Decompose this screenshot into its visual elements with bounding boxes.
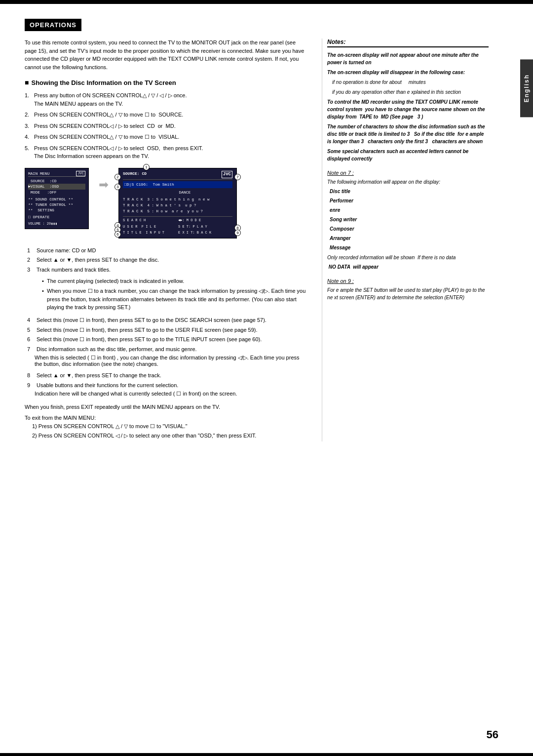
step-5-content: Press ON SCREEN CONTROL◁ / ▷ to select O… — [34, 144, 307, 160]
note-item-performer: Performer — [330, 197, 489, 204]
label-9: 9Usable buttons and their functions for … — [27, 381, 307, 391]
step-4-num: 4. — [25, 133, 32, 141]
mm-title: MAIN MENU JVC — [28, 171, 85, 177]
callout-3: 3 — [114, 184, 121, 190]
note-on-9-body: For e ample the SET button will be used … — [327, 286, 489, 301]
src-footer: S E A R C H ◄►: M O D E U S E R F I L E … — [123, 216, 232, 236]
track-notes: The current playing (selected) track is … — [35, 277, 307, 312]
step-2: 2. Press ON SCREEN CONTROL△ / ▽ to move … — [25, 111, 307, 119]
step-5-num: 5. — [25, 144, 32, 160]
mm-operate: □ OPERATE — [28, 214, 85, 220]
footer-user-file: U S E R F I L E — [123, 224, 177, 230]
diagram-labels-cont2: 8Select ▲ or ▼, then press SET to change… — [27, 371, 307, 391]
note-case-2: if you do any operation other than e xpl… — [332, 88, 489, 96]
note-item-genre: enre — [330, 206, 489, 214]
exit-sub-list: 1) Press ON SCREEN CONTROL △ / ▽ to move… — [25, 422, 307, 440]
two-col-layout: To use this remote control system, you n… — [25, 39, 489, 441]
step-3-num: 3. — [25, 122, 32, 130]
top-bar — [0, 0, 533, 4]
exit-step-2: 2) Press ON SCREEN CONTROL ◁ / ▷ to sele… — [32, 432, 307, 440]
footer-back: E X I T: B A C K — [178, 230, 232, 236]
note-no-data: NO DATA will appear — [327, 263, 489, 271]
arrow-right: ➡ — [99, 178, 109, 192]
note-on-7-intro: The following information will appear on… — [327, 178, 489, 186]
label-9-text: Usable buttons and their functions for t… — [37, 381, 178, 391]
note-item-song-writer: Song writer — [330, 216, 489, 223]
footer-search: S E A R C H — [123, 218, 177, 223]
diagram-labels: 1Source name: CD or MD 2Select ▲ or ▼, t… — [27, 246, 307, 275]
label-2-text: Select ▲ or ▼, then press SET to change … — [37, 255, 159, 265]
notes-body: The on-screen display will not appear ab… — [327, 51, 489, 162]
note-on-7-footer: Only recorded information will be shown … — [327, 254, 489, 261]
note-on-7-body: The following information will appear on… — [327, 178, 489, 271]
page-number: 56 — [487, 728, 498, 741]
page-container: English OPERATIONS To use this remote co… — [0, 0, 533, 756]
operations-header: OPERATIONS — [25, 19, 81, 31]
note-on-9-section: Note on 9 : For e ample the SET button w… — [327, 278, 489, 301]
label-1-text: Source name: CD or MD — [37, 246, 96, 256]
callout-7: 7 — [234, 174, 241, 180]
label-4-text: Select this (move ☐ in front), then pres… — [37, 316, 266, 325]
step7-note: When this is selected ( ☐ in front) , yo… — [35, 355, 307, 367]
note-item-message: Message — [330, 244, 489, 251]
note-item-arranger: Arranger — [330, 235, 489, 242]
main-menu-box: MAIN MENU JVC SOURCE :CD ►VISUAL :OSD MO… — [25, 168, 89, 230]
mm-volume: VOLUME : 20▮▮▮ — [28, 222, 85, 227]
label-1: 1Source name: CD or MD — [27, 246, 307, 256]
right-column: Notes: The on-screen display will not ap… — [322, 39, 489, 441]
label-8: 8Select ▲ or ▼, then press SET to change… — [27, 371, 307, 381]
mm-title-text: MAIN MENU — [28, 171, 49, 177]
callout-1: 1 — [143, 164, 150, 170]
step-2-content: Press ON SCREEN CONTROL△ / ▽ to move ☐ t… — [34, 111, 307, 119]
note-char-limit: The number of characters to show the dis… — [327, 123, 489, 145]
mm-visual: ►VISUAL :OSD — [28, 184, 85, 189]
main-content: OPERATIONS To use this remote control sy… — [0, 4, 533, 456]
footer-play: S E T: P L A Y — [178, 224, 232, 230]
label-2: 2Select ▲ or ▼, then press SET to change… — [27, 255, 307, 265]
step-2-num: 2. — [25, 111, 32, 119]
exit-section: When you finish, press EXIT repeatedly u… — [25, 403, 307, 440]
label-7-text: Disc information such as the disc title,… — [37, 345, 197, 355]
note-special-chars: Some special characters such as accented… — [327, 148, 489, 162]
step-1-content: Press any button of ON SCREEN CONTROL△ /… — [34, 91, 307, 108]
src-disc: □D|S C196: Tom Smith — [123, 181, 232, 188]
bottom-bar — [0, 753, 533, 756]
step-5: 5. Press ON SCREEN CONTROL◁ / ▷ to selec… — [25, 144, 307, 160]
footer-mode: ◄►: M O D E — [178, 218, 232, 223]
note-md-control: To control the MD recorder using the TEX… — [327, 98, 489, 120]
note-display-off: The on-screen display will not appear ab… — [327, 51, 489, 66]
label-6-text: Select this (move ☐ in front), then pres… — [37, 335, 262, 345]
main-menu-wrapper: MAIN MENU JVC SOURCE :CD ►VISUAL :OSD MO… — [25, 168, 89, 230]
mm-mode: MODE :OFF — [28, 190, 85, 195]
diagram-labels-cont: 4Select this (move ☐ in front), then pre… — [27, 316, 307, 355]
footer-title-input: T I T L E I N P U T — [123, 230, 177, 236]
label-5: 5Select this (move ☐ in front), then pre… — [27, 325, 307, 335]
step-4: 4. Press ON SCREEN CONTROL△ / ▽ to move … — [25, 133, 307, 141]
src-jvc-logo: JVC — [222, 171, 232, 179]
notes-header: Notes: — [327, 39, 489, 47]
src-header: SOURCE: CD JVC — [123, 171, 232, 180]
track-note-2: When you move ☐ to a track number, you c… — [42, 287, 307, 312]
left-column: To use this remote control system, you n… — [25, 39, 307, 441]
section-heading: Showing the Disc Information on the TV S… — [25, 79, 307, 86]
exit-step-1: 1) Press ON SCREEN CONTROL △ / ▽ to move… — [32, 422, 307, 431]
note-on-7-section: Note on 7 : The following information wi… — [327, 170, 489, 271]
note-on-9-title: Note on 9 : — [327, 278, 489, 284]
note-item-disc-title: Disc title — [330, 188, 489, 195]
steps-list: 1. Press any button of ON SCREEN CONTROL… — [25, 91, 307, 160]
exit-intro: When you finish, press EXIT repeatedly u… — [25, 403, 307, 411]
mm-jvc-logo: JVC — [76, 171, 85, 177]
mm-setting: ** SETTING — [28, 207, 85, 213]
note-case-1: if no operation is done for about minute… — [332, 79, 489, 86]
mm-sound: ** SOUND CONTROL ** — [28, 197, 85, 202]
track-4: T R A C K 4 : W h a t ' s u p ? — [123, 202, 232, 208]
source-screen-wrapper: 1 2 3 4 5 6 7 8 9 SOURCE: CD JVC — [118, 168, 237, 239]
intro-text: To use this remote control system, you n… — [25, 39, 307, 71]
callout-2: 2 — [114, 174, 121, 180]
track-3: T R A C K 3 : S o m e t h i n g n e w — [123, 197, 232, 202]
track-note-1: The current playing (selected) track is … — [42, 277, 307, 285]
note-item-composer: Composer — [330, 225, 489, 233]
step-3: 3. Press ON SCREEN CONTROL◁ / ▷ to selec… — [25, 122, 307, 130]
label-3: 3Track numbers and track titles. — [27, 265, 307, 275]
step-1-num: 1. — [25, 91, 32, 108]
